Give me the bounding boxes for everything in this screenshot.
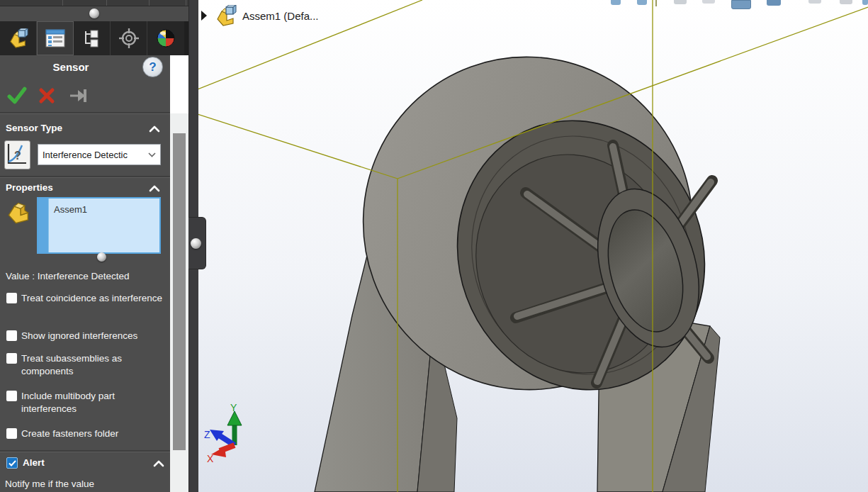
properties-header-label: Properties bbox=[6, 182, 53, 193]
checkbox-label: Treat subassemblies as components bbox=[21, 352, 165, 378]
tab-configurationmanager[interactable] bbox=[74, 21, 111, 55]
help-question-mark: ? bbox=[149, 60, 156, 74]
section-divider bbox=[0, 112, 170, 114]
selected-entity[interactable]: Assem1 bbox=[54, 204, 87, 215]
headsup-toolbar-stub[interactable] bbox=[674, 0, 687, 4]
panel-scrollbar-thumb[interactable] bbox=[173, 133, 186, 450]
checkbox-unchecked[interactable] bbox=[6, 428, 17, 439]
grip-dot[interactable] bbox=[89, 9, 99, 18]
checkbox-row[interactable]: Create fasteners folder bbox=[6, 427, 165, 440]
tab-propertymanager[interactable] bbox=[37, 21, 74, 55]
svg-text:?: ? bbox=[14, 150, 21, 162]
headsup-toolbar-stub[interactable] bbox=[637, 0, 647, 5]
alert-header-label: Alert bbox=[23, 457, 45, 468]
checkbox-row[interactable]: Treat coincidence as interference bbox=[6, 292, 165, 305]
panel-top-strip bbox=[0, 0, 188, 6]
sensor-type-icon: ? bbox=[4, 140, 30, 169]
grip-dot[interactable] bbox=[191, 238, 201, 249]
manager-tab-bar bbox=[0, 21, 188, 55]
pin-button[interactable] bbox=[69, 88, 91, 104]
headsup-toolbar-stub[interactable] bbox=[840, 0, 852, 4]
part-icon bbox=[6, 199, 32, 229]
sensor-type-section-header[interactable]: Sensor Type bbox=[0, 121, 170, 138]
checkbox-unchecked[interactable] bbox=[6, 353, 17, 364]
sensor-type-dropdown[interactable]: Interference Detectic bbox=[38, 144, 161, 165]
graphics-viewport[interactable]: Y Z X Assem1 (Defa... bbox=[198, 0, 868, 492]
entities-selection-box[interactable]: Assem1 bbox=[37, 197, 161, 254]
cancel-button[interactable] bbox=[38, 87, 55, 104]
toolbar-separator bbox=[655, 0, 657, 6]
tree-item-label[interactable]: Assem1 (Defa... bbox=[242, 10, 319, 22]
checkbox-row[interactable]: Treat subassemblies as components bbox=[6, 352, 165, 378]
triad-z-label: Z bbox=[204, 429, 210, 440]
dropdown-chevron-icon[interactable] bbox=[143, 145, 160, 164]
featuremanager-tab-icon bbox=[8, 28, 29, 48]
propertymanager-tab-icon bbox=[45, 29, 65, 47]
checkbox-label: Include multibody part interferences bbox=[21, 390, 165, 415]
checkbox-unchecked[interactable] bbox=[6, 330, 17, 341]
sensor-type-dropdown-value: Interference Detectic bbox=[38, 150, 143, 160]
checkbox-row[interactable]: Show ignored interferences bbox=[6, 330, 165, 342]
section-divider bbox=[0, 176, 170, 178]
selection-box-leftbar bbox=[38, 199, 49, 252]
checkbox-label: Show ignored interferences bbox=[21, 330, 137, 342]
configurationmanager-tab-icon bbox=[82, 28, 102, 48]
headsup-toolbar-stub[interactable] bbox=[731, 0, 751, 9]
properties-section-header[interactable]: Properties bbox=[0, 180, 170, 197]
collapse-chevron-icon[interactable] bbox=[149, 185, 160, 192]
triad-x-label: X bbox=[207, 453, 214, 464]
collapse-chevron-icon[interactable] bbox=[149, 125, 160, 133]
headsup-toolbar-stub[interactable] bbox=[808, 0, 821, 4]
sensor-type-header-label: Sensor Type bbox=[6, 123, 62, 133]
displaymanager-tab-icon bbox=[155, 28, 176, 49]
help-button[interactable]: ? bbox=[142, 57, 163, 77]
headsup-toolbar-stub[interactable] bbox=[862, 0, 868, 5]
selection-box-resize-grip[interactable] bbox=[97, 252, 106, 262]
alert-section-header[interactable]: Alert bbox=[6, 457, 168, 469]
checkbox-label: Treat coincidence as interference bbox=[21, 292, 162, 305]
checkbox-unchecked[interactable] bbox=[6, 391, 17, 401]
tab-featuremanager[interactable] bbox=[0, 21, 37, 55]
tree-expand-arrow-icon[interactable] bbox=[200, 10, 208, 21]
panel-splitter-horizontal[interactable] bbox=[0, 6, 188, 22]
alert-checkbox-checked[interactable] bbox=[6, 457, 18, 469]
alert-description: Notify me if the value bbox=[5, 479, 94, 489]
panel-title: Sensor bbox=[0, 61, 142, 73]
tab-dimxpertmanager[interactable] bbox=[111, 21, 147, 55]
headsup-toolbar-stub[interactable] bbox=[702, 0, 715, 4]
ok-button[interactable] bbox=[7, 86, 27, 106]
headsup-toolbar-stub[interactable] bbox=[767, 0, 781, 6]
assembly-icon bbox=[215, 5, 237, 26]
checkbox-label: Create fasteners folder bbox=[21, 427, 118, 440]
tab-displaymanager[interactable] bbox=[147, 21, 184, 55]
checkbox-row[interactable]: Include multibody part interferences bbox=[6, 390, 165, 415]
assembly-3d-view[interactable]: Y Z X bbox=[198, 0, 868, 492]
section-divider bbox=[0, 450, 170, 452]
flyout-feature-tree[interactable]: Assem1 (Defa... bbox=[200, 4, 319, 27]
sensor-value-text: Value : Interference Detected bbox=[6, 271, 130, 281]
dimxpertmanager-tab-icon bbox=[118, 28, 140, 49]
collapse-chevron-icon[interactable] bbox=[153, 460, 164, 467]
triad-y-label: Y bbox=[230, 402, 237, 413]
splitter-collapse-handle[interactable] bbox=[188, 217, 206, 269]
headsup-toolbar-stub[interactable] bbox=[611, 0, 621, 5]
checkbox-unchecked[interactable] bbox=[6, 293, 17, 303]
propertymanager-panel: Sensor ? Sensor Type ? bbox=[0, 0, 170, 492]
